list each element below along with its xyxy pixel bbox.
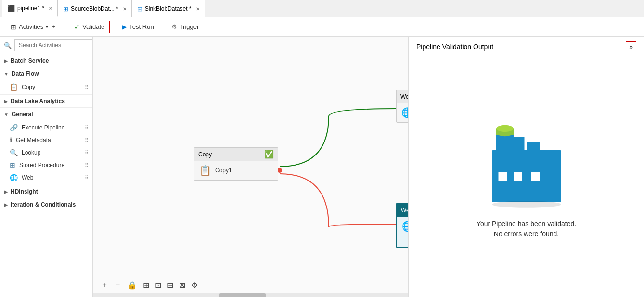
tab-sink-blob-close[interactable]: ✕: [196, 6, 200, 12]
properties-button[interactable]: ⚙: [189, 280, 200, 291]
search-icon: 🔍: [4, 42, 12, 49]
iteration-arrow-icon: ▶: [4, 202, 8, 207]
panel-close-button[interactable]: »: [626, 41, 636, 52]
batch-service-header[interactable]: ▶ Batch Service: [0, 54, 92, 67]
pipeline-tab-icon: ⬛: [7, 5, 15, 12]
copy-activity-icon: 📋: [10, 83, 18, 91]
copy-node-header: Copy ✅: [194, 148, 278, 161]
batch-service-label: Batch Service: [11, 57, 49, 64]
web-failure-node[interactable]: Web ✅ 🌐 SendFailureEmailActiv... 🗑 📋 ➡: [396, 203, 408, 248]
sidebar: 🔍 ⬆ ＋ ▶ Batch Service ▼ Data Flow 📋: [0, 37, 93, 297]
arrange-button[interactable]: ⊠: [177, 280, 187, 291]
svg-rect-10: [531, 172, 540, 181]
scrollbar-thumb: [219, 293, 266, 297]
metadata-drag-handle[interactable]: ⠿: [85, 137, 89, 143]
tab-sink-blob-label: SinkBlobDataset *: [145, 5, 192, 12]
svg-point-7: [496, 125, 514, 132]
data-lake-arrow-icon: ▶: [4, 99, 8, 104]
validate-check-icon: ✓: [74, 23, 80, 31]
lookup-drag-handle[interactable]: ⠿: [85, 150, 89, 156]
execute-pipeline-label: Execute Pipeline: [22, 124, 64, 131]
right-panel-header: Pipeline Validation Output »: [409, 37, 644, 57]
sidebar-item-execute-pipeline[interactable]: 🔗 Execute Pipeline ⠿: [0, 121, 92, 134]
tab-bar: ⬛ pipeline1 * ✕ ⊞ SourceBlobDat... * ✕ ⊞…: [0, 0, 644, 17]
web-success-node-body: 🌐 SendSuccessEmailActi...: [397, 103, 408, 122]
sink-blob-tab-icon: ⊞: [137, 5, 142, 13]
validate-label: Validate: [82, 23, 104, 30]
sidebar-section-batch: ▶ Batch Service: [0, 54, 92, 67]
copy-drag-handle[interactable]: ⠿: [85, 84, 89, 90]
tab-source-blob-label: SourceBlobDat... *: [71, 5, 118, 12]
sidebar-section-iteration: ▶ Iteration & Conditionals: [0, 198, 92, 211]
web-success-node-title: Web: [400, 93, 408, 100]
iteration-header[interactable]: ▶ Iteration & Conditionals: [0, 198, 92, 211]
fit-button[interactable]: ⊞: [141, 280, 151, 291]
exec-drag-handle[interactable]: ⠿: [85, 125, 89, 131]
copy-node-label: Copy1: [215, 167, 232, 174]
iteration-label: Iteration & Conditionals: [11, 201, 76, 208]
web-drag-handle[interactable]: ⠿: [85, 175, 89, 181]
sidebar-item-lookup[interactable]: 🔍 Lookup ⠿: [0, 146, 92, 159]
copy-node[interactable]: Copy ✅ 📋 Copy1: [194, 147, 278, 181]
web-failure-node-title: Web: [401, 207, 408, 214]
validation-message: Your Pipeline has been validated. No err…: [477, 219, 576, 239]
tab-pipeline1-close[interactable]: ✕: [49, 6, 52, 11]
data-flow-label: Data Flow: [12, 70, 39, 77]
main-layout: 🔍 ⬆ ＋ ▶ Batch Service ▼ Data Flow 📋: [0, 37, 644, 297]
sidebar-item-get-metadata[interactable]: ℹ Get Metadata ⠿: [0, 134, 92, 146]
tab-pipeline1[interactable]: ⬛ pipeline1 * ✕: [2, 0, 58, 17]
lock-button[interactable]: 🔒: [126, 280, 139, 291]
canvas-scrollbar[interactable]: [93, 293, 408, 297]
web-success-node-header: Web ✅: [397, 90, 408, 103]
toolbar: ⊞ Activities ▾ ＋ ✓ Validate ▶ Test Run ⚙…: [0, 17, 644, 37]
hdinsight-arrow-icon: ▶: [4, 189, 8, 194]
activities-label: Activities: [19, 23, 43, 30]
tab-source-blob-close[interactable]: ✕: [123, 6, 127, 12]
general-header[interactable]: ▼ General: [0, 108, 92, 120]
tab-source-blob[interactable]: ⊞ SourceBlobDat... * ✕: [58, 0, 132, 17]
trigger-label: Trigger: [180, 23, 199, 30]
svg-rect-9: [514, 172, 522, 181]
data-lake-header[interactable]: ▶ Data Lake Analytics: [0, 95, 92, 107]
batch-service-arrow-icon: ▶: [4, 58, 8, 64]
trigger-button[interactable]: ⚙ Trigger: [167, 21, 204, 32]
zoom-select-button[interactable]: ⊡: [153, 280, 163, 291]
activities-button[interactable]: ⊞ Activities ▾ ＋: [6, 21, 61, 33]
sidebar-item-copy[interactable]: 📋 Copy ⠿: [0, 81, 92, 93]
data-flow-content: 📋 Copy ⠿: [0, 80, 92, 94]
validate-button[interactable]: ✓ Validate: [69, 21, 110, 33]
activities-dropdown-icon: ▾: [46, 24, 48, 29]
tab-sink-blob[interactable]: ⊞ SinkBlobDataset * ✕: [132, 0, 205, 17]
activities-add-icon: ＋: [51, 23, 56, 31]
zoom-in-button[interactable]: ＋: [99, 279, 110, 291]
test-run-label: Test Run: [129, 23, 154, 30]
data-lake-label: Data Lake Analytics: [11, 98, 65, 104]
canvas[interactable]: Copy ✅ 📋 Copy1 Web ✅ 🌐 SendSuccessEmailA…: [93, 37, 408, 297]
general-content: 🔗 Execute Pipeline ⠿ ℹ Get Metadata ⠿ 🔍 …: [0, 120, 92, 185]
sidebar-section-general: ▼ General 🔗 Execute Pipeline ⠿ ℹ Get Met…: [0, 108, 92, 185]
sidebar-section-hdinsight: ▶ HDInsight: [0, 185, 92, 198]
web-failure-node-actions: 🗑 📋 ➡: [397, 236, 408, 247]
sidebar-item-stored-procedure[interactable]: ⊞ Stored Procedure ⠿: [0, 159, 92, 171]
sp-drag-handle[interactable]: ⠿: [85, 162, 89, 168]
search-input[interactable]: [14, 39, 93, 51]
hdinsight-header[interactable]: ▶ HDInsight: [0, 185, 92, 198]
fit-all-button[interactable]: ⊟: [165, 280, 175, 291]
copy-activity-label: Copy: [22, 84, 35, 90]
validation-line2: No errors were found.: [477, 229, 576, 239]
svg-rect-8: [498, 172, 507, 181]
web-failure-activity-icon: 🌐: [402, 220, 408, 232]
source-blob-tab-icon: ⊞: [63, 5, 68, 13]
web-activity-label: Web: [22, 174, 33, 181]
get-metadata-icon: ℹ: [10, 136, 12, 144]
sidebar-item-web[interactable]: 🌐 Web ⠿: [0, 171, 92, 184]
test-run-button[interactable]: ▶ Test Run: [117, 21, 158, 32]
data-flow-header[interactable]: ▼ Data Flow: [0, 67, 92, 80]
canvas-inner: Copy ✅ 📋 Copy1 Web ✅ 🌐 SendSuccessEmailA…: [93, 37, 408, 297]
copy-node-title: Copy: [198, 151, 212, 158]
web-success-node[interactable]: Web ✅ 🌐 SendSuccessEmailActi...: [396, 90, 408, 123]
copy-node-activity-icon: 📋: [199, 165, 211, 176]
get-metadata-label: Get Metadata: [16, 137, 51, 143]
zoom-out-button[interactable]: －: [112, 279, 124, 291]
sidebar-header: 🔍 ⬆ ＋: [0, 37, 92, 54]
